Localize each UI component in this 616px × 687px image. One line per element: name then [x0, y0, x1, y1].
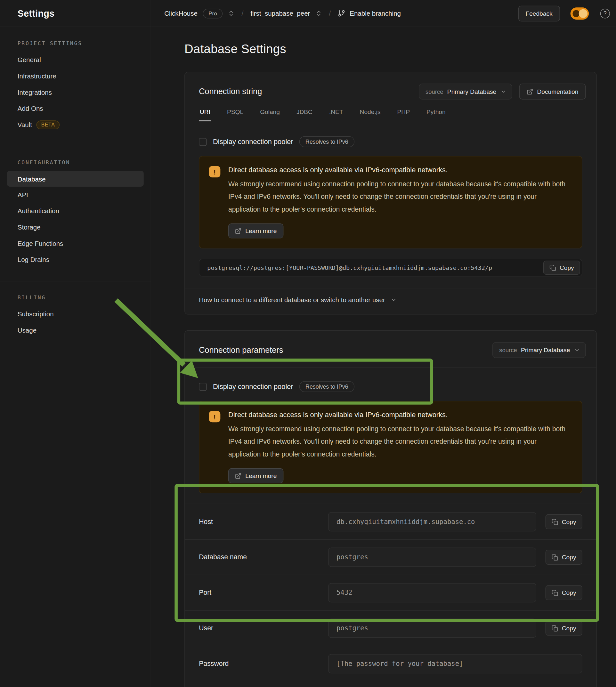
sidebar-item-log-drains[interactable]: Log Drains [0, 251, 151, 268]
port-field[interactable]: 5432 [328, 583, 536, 602]
password-field[interactable]: [The password for your database] [328, 654, 582, 673]
display-connection-pooler-label: Display connection pooler [213, 138, 293, 146]
param-row-database-name: Database name postgres Copy [185, 539, 596, 575]
chevrons-up-down-icon[interactable] [315, 10, 322, 17]
breadcrumb-separator: / [240, 9, 245, 17]
ipv6-warning-panel: ! Direct database access is only availab… [199, 156, 582, 248]
copy-icon [552, 518, 558, 525]
user-avatar[interactable] [571, 7, 589, 20]
connection-parameters-title: Connection parameters [199, 345, 486, 355]
display-connection-pooler-label: Display connection pooler [213, 382, 293, 391]
copy-user-button[interactable]: Copy [546, 621, 582, 636]
learn-more-button[interactable]: Learn more [228, 468, 283, 483]
display-connection-pooler-checkbox[interactable] [199, 382, 207, 391]
sidebar-item-infrastructure[interactable]: Infrastructure [0, 68, 151, 84]
connection-string-card: Connection string source Primary Databas… [184, 72, 597, 314]
sidebar-item-integrations[interactable]: Integrations [0, 84, 151, 101]
tab-php[interactable]: PHP [396, 107, 411, 121]
feedback-button[interactable]: Feedback [518, 5, 560, 21]
sidebar-item-subscription[interactable]: Subscription [0, 306, 151, 322]
display-connection-pooler-checkbox[interactable] [199, 138, 207, 146]
sidebar-item-database[interactable]: Database [7, 171, 144, 186]
external-link-icon [235, 228, 241, 234]
source-select[interactable]: source Primary Database [493, 342, 586, 358]
how-to-connect-link[interactable]: How to connect to a different database o… [185, 288, 596, 314]
param-row-user: User postgres Copy [185, 610, 596, 646]
tab-dotnet[interactable]: .NET [328, 107, 344, 121]
documentation-button[interactable]: Documentation [519, 84, 586, 99]
database-name-field[interactable]: postgres [328, 548, 536, 567]
connection-string-title: Connection string [199, 87, 412, 96]
chevron-down-icon [390, 296, 397, 303]
sidebar-item-storage[interactable]: Storage [0, 219, 151, 235]
sidebar-item-edge-functions[interactable]: Edge Functions [0, 235, 151, 252]
param-row-host: Host db.cxhygiuitamxhniiddjm.supabase.co… [185, 504, 596, 539]
page-title: Database Settings [184, 42, 597, 60]
copy-icon [552, 554, 558, 560]
git-branch-icon [338, 9, 345, 17]
chevron-down-icon [501, 88, 506, 94]
ipv6-warning-panel: ! Direct database access is only availab… [199, 401, 582, 493]
resolves-to-ipv6-badge: Resolves to IPv6 [299, 381, 354, 392]
external-link-icon [527, 88, 533, 95]
warning-icon: ! [209, 166, 221, 178]
connection-string-tabs: URI PSQL Golang JDBC .NET Node.js PHP Py… [185, 107, 596, 121]
sidebar-item-general[interactable]: General [0, 51, 151, 68]
tab-jdbc[interactable]: JDBC [295, 107, 313, 121]
warning-body: We strongly recommend using connection p… [228, 422, 566, 460]
tab-nodejs[interactable]: Node.js [359, 107, 381, 121]
source-select[interactable]: source Primary Database [419, 84, 512, 99]
resolves-to-ipv6-badge: Resolves to IPv6 [299, 136, 354, 147]
copy-icon [552, 589, 558, 596]
warning-body: We strongly recommend using connection p… [228, 177, 566, 216]
param-row-password: Password [The password for your database… [185, 646, 596, 681]
learn-more-button[interactable]: Learn more [228, 223, 283, 239]
main-content: Database Settings Connection string sour… [151, 27, 616, 687]
chevron-down-icon [574, 347, 580, 353]
sidebar-item-add-ons[interactable]: Add Ons [0, 100, 151, 116]
tab-python[interactable]: Python [425, 107, 446, 121]
page-root: Settings ClickHouse Pro / first_supabase… [0, 0, 616, 687]
sidebar-item-usage[interactable]: Usage [0, 322, 151, 338]
tab-golang[interactable]: Golang [259, 107, 281, 121]
sidebar: PROJECT SETTINGS General Infrastructure … [0, 27, 151, 687]
connection-parameters-card: Connection parameters source Primary Dat… [184, 330, 597, 687]
warning-title: Direct database access is only available… [228, 166, 566, 174]
breadcrumb-org[interactable]: ClickHouse [164, 9, 198, 17]
sidebar-section-billing: BILLING [18, 294, 151, 301]
connection-uri-value: postgresql://postgres:[YOUR-PASSWORD]@db… [207, 264, 492, 271]
chevrons-up-down-icon[interactable] [228, 10, 235, 17]
copy-port-button[interactable]: Copy [546, 585, 582, 600]
connection-parameters-list: Host db.cxhygiuitamxhniiddjm.supabase.co… [185, 504, 596, 687]
breadcrumb-project[interactable]: first_supabase_peer [250, 9, 310, 17]
sidebar-section-configuration: CONFIGURATION [18, 159, 151, 165]
tab-uri[interactable]: URI [199, 107, 211, 121]
copy-database-name-button[interactable]: Copy [546, 550, 582, 565]
user-field[interactable]: postgres [328, 619, 536, 638]
breadcrumb-separator: / [327, 9, 333, 17]
app-title: Settings [18, 8, 55, 19]
param-row-port: Port 5432 Copy [185, 575, 596, 610]
copy-uri-button[interactable]: Copy [543, 261, 580, 275]
help-icon[interactable]: ? [600, 9, 610, 18]
sidebar-item-authentication[interactable]: Authentication [0, 203, 151, 219]
host-field[interactable]: db.cxhygiuitamxhniiddjm.supabase.co [328, 512, 536, 531]
external-link-icon [235, 472, 241, 479]
copy-icon [549, 264, 556, 271]
sidebar-item-vault[interactable]: Vault BETA [0, 116, 151, 133]
top-header: ClickHouse Pro / first_supabase_peer / E… [151, 0, 616, 27]
plan-badge: Pro [203, 9, 222, 18]
warning-title: Direct database access is only available… [228, 411, 566, 419]
tab-psql[interactable]: PSQL [226, 107, 244, 121]
sidebar-item-api[interactable]: API [0, 186, 151, 203]
enable-branching-button[interactable]: Enable branching [350, 9, 401, 17]
sidebar-section-project-settings: PROJECT SETTINGS [18, 40, 151, 46]
beta-badge: BETA [37, 120, 60, 129]
warning-icon: ! [209, 411, 221, 423]
copy-icon [552, 625, 558, 631]
connection-uri-field[interactable]: postgresql://postgres:[YOUR-PASSWORD]@db… [199, 259, 582, 276]
copy-host-button[interactable]: Copy [546, 514, 582, 530]
sidebar-header: Settings [0, 0, 151, 27]
